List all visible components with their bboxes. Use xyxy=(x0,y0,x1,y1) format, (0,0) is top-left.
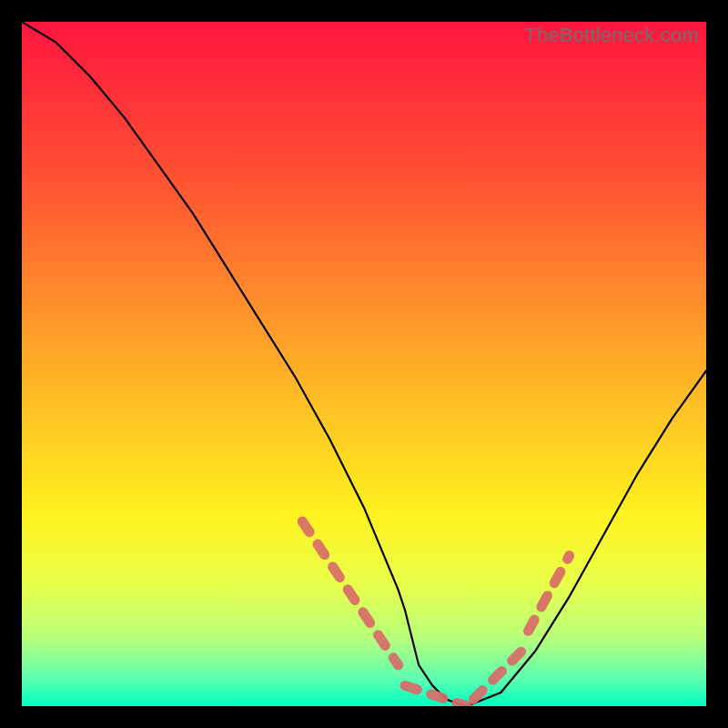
dash-group xyxy=(302,521,569,706)
curve-svg xyxy=(22,22,706,706)
main-curve xyxy=(22,22,706,706)
dash-segment-0 xyxy=(302,521,398,665)
dash-segment-3 xyxy=(529,556,570,632)
chart-container: TheBottleneck.com xyxy=(0,0,728,728)
curve-group xyxy=(22,22,706,706)
plot-area: TheBottleneck.com xyxy=(22,22,706,706)
